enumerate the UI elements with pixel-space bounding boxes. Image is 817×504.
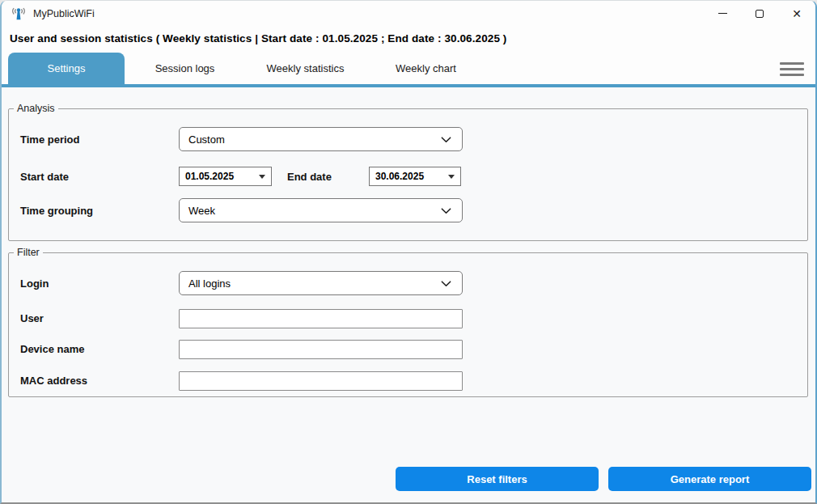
chevron-down-icon: [440, 205, 452, 217]
time-period-value: Custom: [188, 133, 225, 146]
minimize-icon[interactable]: [704, 1, 741, 26]
statistics-summary-text: User and session statistics ( Weekly sta…: [10, 32, 506, 44]
header-bar: User and session statistics ( Weekly sta…: [2, 28, 815, 52]
title-bar: MyPublicWiFi ✕: [2, 1, 815, 26]
time-period-dropdown[interactable]: Custom: [179, 127, 463, 151]
user-label: User: [20, 312, 44, 324]
device-name-input[interactable]: [179, 340, 463, 359]
window-controls: ✕: [704, 1, 815, 26]
close-icon[interactable]: ✕: [778, 1, 815, 26]
wifi-antenna-icon: [11, 6, 27, 21]
end-date-value: 30.06.2025: [375, 171, 424, 182]
chevron-down-icon: [440, 277, 452, 290]
filter-group: Filter Login All logins User Device name…: [8, 247, 808, 397]
reset-filters-button[interactable]: Reset filters: [396, 467, 599, 491]
device-name-label: Device name: [20, 343, 85, 355]
tab-weekly-chart[interactable]: Weekly chart: [366, 53, 486, 84]
end-date-picker[interactable]: 30.06.2025: [369, 167, 461, 186]
analysis-legend: Analysis: [14, 103, 58, 114]
generate-report-button[interactable]: Generate report: [608, 467, 811, 491]
app-window: MyPublicWiFi ✕ User and session statisti…: [0, 0, 817, 504]
analysis-group: Analysis Time period Custom Start date 0…: [8, 103, 808, 241]
filter-legend: Filter: [14, 247, 43, 258]
time-grouping-label: Time grouping: [20, 205, 93, 217]
mac-address-input[interactable]: [179, 371, 463, 391]
login-label: Login: [20, 277, 49, 290]
tab-session-logs[interactable]: Session logs: [125, 53, 245, 84]
end-date-label: End date: [287, 171, 332, 183]
dropdown-arrow-icon: [448, 175, 455, 179]
user-input[interactable]: [179, 309, 463, 328]
start-date-picker[interactable]: 01.05.2025: [179, 167, 272, 186]
dropdown-arrow-icon: [259, 175, 265, 179]
login-value: All logins: [188, 277, 231, 290]
tab-list: Settings Session logs Weekly statistics …: [8, 53, 486, 84]
settings-panel: Analysis Time period Custom Start date 0…: [2, 87, 815, 502]
hamburger-menu-icon[interactable]: [780, 59, 804, 78]
chevron-down-icon: [440, 133, 452, 146]
tab-weekly-statistics[interactable]: Weekly statistics: [245, 53, 366, 84]
time-grouping-dropdown[interactable]: Week: [179, 198, 463, 222]
maximize-icon[interactable]: [741, 1, 778, 26]
tab-bar: Settings Session logs Weekly statistics …: [2, 53, 815, 84]
mac-address-label: MAC address: [20, 375, 87, 387]
time-grouping-value: Week: [188, 205, 215, 217]
tab-settings[interactable]: Settings: [8, 53, 125, 84]
start-date-label: Start date: [20, 171, 69, 183]
start-date-value: 01.05.2025: [185, 171, 234, 182]
login-dropdown[interactable]: All logins: [179, 271, 463, 295]
window-title: MyPublicWiFi: [33, 8, 95, 19]
time-period-label: Time period: [20, 133, 79, 146]
